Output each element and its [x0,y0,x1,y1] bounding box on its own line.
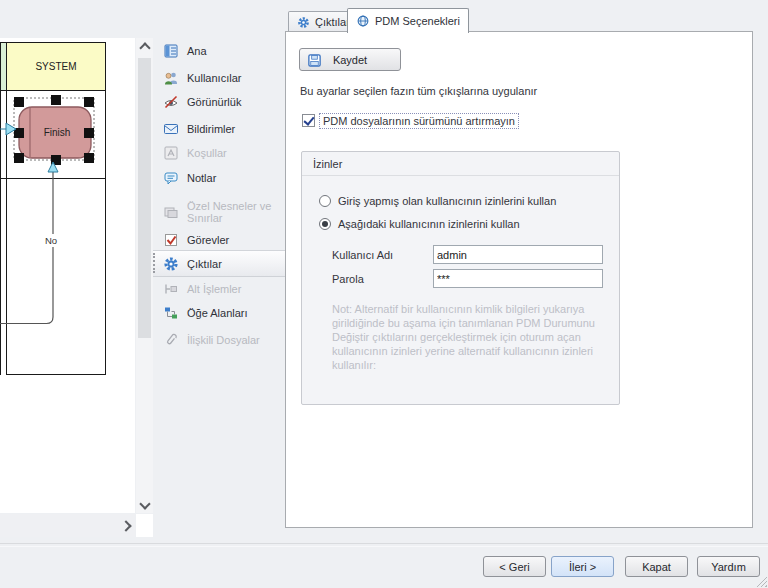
conditions-icon [163,145,179,161]
password-label: Parola [332,273,364,285]
sidebar-item-ozel-nesneler: Özel Nesneler ve Sınırlar [163,192,283,232]
mail-icon [163,121,179,137]
workflow-canvas[interactable]: SYSTEM No Finish [0,38,135,513]
sidebar-item-label: Çıktılar [187,258,222,270]
sidebar-item-oge-alanlari[interactable]: Öğe Alanları [163,300,248,326]
save-button-label: Kaydet [333,54,367,66]
sidebar-item-ciktilar[interactable]: Çıktılar [163,251,222,277]
resize-grip-icon[interactable] [756,576,767,587]
scrollbar-corner [136,514,153,537]
close-button[interactable]: Kapat [625,556,688,577]
suboperations-icon [163,281,179,297]
scroll-right-icon[interactable] [120,520,131,531]
users-icon [163,70,179,86]
floppy-disk-icon [307,53,322,68]
help-button[interactable]: Yardım [697,556,760,577]
pdm-options-panel: Kaydet Bu ayarlar seçilen fazın tüm çıkı… [285,31,753,528]
tab-label: PDM Seçenekleri [375,15,460,27]
finish-node-label: Finish [44,127,71,138]
tasks-icon [163,232,179,248]
sidebar-item-label: Görevler [187,234,229,246]
checkmark-icon [303,114,314,126]
sidebar-item-label: Ana [187,45,207,57]
back-button[interactable]: < Geri [483,556,546,577]
scroll-up-icon[interactable] [139,42,150,53]
lane-header-label: SYSTEM [35,61,76,72]
properties-sidebar: Ana Kullanıcılar Görünürlük Bildiri [153,0,285,588]
sidebar-item-bildirimler[interactable]: Bildirimler [163,116,235,142]
globe-icon [356,14,370,28]
sidebar-item-label: Alt İşlemler [187,283,241,295]
sidebar-item-gorunurluk[interactable]: Görünürlük [163,89,241,115]
sidebar-item-iliskili-dosyalar: İlişkili Dosyalar [163,327,260,353]
vertical-scroll-thumb[interactable] [138,58,151,338]
connector-label: No [45,235,57,246]
canvas-horizontal-scrollbar[interactable] [0,514,135,537]
paperclip-icon [163,332,179,348]
sidebar-item-notlar[interactable]: Notlar [163,165,216,191]
sidebar-item-label: Öğe Alanları [187,307,248,319]
sidebar-item-label: Bildirimler [187,123,235,135]
gear-icon [163,256,179,272]
username-label: Kullanıcı Adı [332,249,393,261]
radio-following-user[interactable] [319,218,331,230]
visibility-icon [163,94,179,110]
item-fields-icon [163,305,179,321]
gear-icon [297,16,310,29]
note-icon [163,170,179,186]
lane-header-green-cell [1,43,7,91]
radio-selected-dot [322,221,328,227]
sidebar-item-label: İlişkili Dosyalar [187,334,260,346]
settings-description: Bu ayarlar seçilen fazın tüm çıkışlarına… [300,85,537,97]
tab-pdm-secenekleri[interactable]: PDM Seçenekleri [347,8,469,33]
pdm-version-checkbox-label[interactable]: PDM dosyalarının sürümünü artırmayın [319,113,519,129]
sidebar-item-alt-islemler: Alt İşlemler [163,276,241,302]
scroll-down-icon[interactable] [139,498,150,509]
footer-divider [0,543,768,547]
next-button[interactable]: İleri > [551,556,614,577]
sidebar-item-label: Görünürlük [187,96,241,108]
tab-label: Çıktılar [315,16,350,28]
workflow-connector[interactable] [0,172,53,324]
groupbox-separator [302,175,619,176]
radio-logged-in-user[interactable] [319,195,331,207]
alternative-user-note: Not: Alternatif bir kullanıcının kimlik … [332,302,606,372]
radio-following-user-label[interactable]: Aşağıdaki kullanıcının izinlerini kullan [338,218,520,230]
sidebar-item-ana[interactable]: Ana [163,38,207,64]
sidebar-item-label: Notlar [187,172,216,184]
sidebar-item-kosullar: Koşullar [163,140,227,166]
sidebar-item-gorevler[interactable]: Görevler [163,227,229,253]
pdm-version-checkbox[interactable] [302,114,315,127]
sidebar-item-label: Koşullar [187,147,227,159]
permissions-groupbox: İzinler Giriş yapmış olan kullanıcının i… [301,151,620,405]
workflow-properties-dialog: SYSTEM No Finish [0,0,768,588]
save-button[interactable]: Kaydet [299,48,401,71]
sidebar-item-kullanicilar[interactable]: Kullanıcılar [163,65,241,91]
username-input[interactable] [433,245,603,264]
radio-logged-in-user-label[interactable]: Giriş yapmış olan kullanıcının izinlerin… [338,195,556,207]
custom-objects-icon [163,204,179,220]
selected-item-focus-dots [153,253,158,273]
password-input[interactable] [433,269,603,288]
permissions-title: İzinler [313,158,342,170]
canvas-vertical-scrollbar[interactable] [136,38,153,513]
form-icon [163,43,179,59]
sidebar-item-label: Kullanıcılar [187,72,241,84]
sidebar-item-label: Özel Nesneler ve Sınırlar [187,200,283,224]
